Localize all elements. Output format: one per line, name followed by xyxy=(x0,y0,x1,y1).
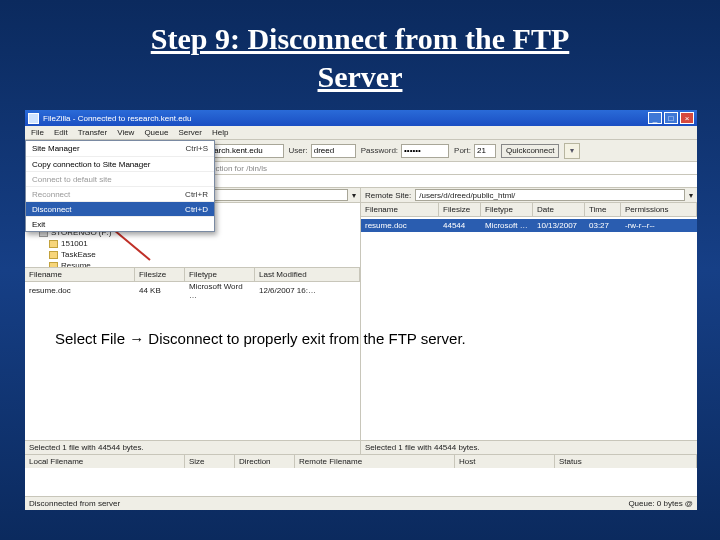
folder-icon xyxy=(49,240,58,248)
remote-file-list[interactable]: resume.doc 44544 Microsoft … 10/13/2007 … xyxy=(361,217,697,440)
menu-help[interactable]: Help xyxy=(212,128,228,137)
menu-item-exit[interactable]: Exit xyxy=(26,216,214,231)
user-input[interactable] xyxy=(311,144,356,158)
minimize-button[interactable]: _ xyxy=(648,112,662,124)
local-list-header[interactable]: Filename Filesize Filetype Last Modified xyxy=(25,268,360,282)
remote-path-input[interactable]: /users/d/dreed/public_html/ xyxy=(415,189,685,201)
menu-item-disconnect[interactable]: DisconnectCtrl+D xyxy=(26,201,214,216)
slide-caption: Select File → Disconnect to properly exi… xyxy=(55,330,466,347)
queue-list[interactable] xyxy=(25,468,697,496)
port-input[interactable] xyxy=(474,144,496,158)
close-button[interactable]: × xyxy=(680,112,694,124)
menu-item-reconnect: ReconnectCtrl+R xyxy=(26,186,214,201)
quickconnect-dropdown-icon[interactable]: ▾ xyxy=(564,143,580,159)
password-label: Password: xyxy=(361,146,398,155)
menubar: File Edit Transfer View Queue Server Hel… xyxy=(25,126,697,140)
menu-file[interactable]: File xyxy=(31,128,44,137)
app-icon xyxy=(28,113,39,124)
menu-server[interactable]: Server xyxy=(178,128,202,137)
titlebar[interactable]: FileZilla - Connected to research.kent.e… xyxy=(25,110,697,126)
port-label: Port: xyxy=(454,146,471,155)
remote-list-header[interactable]: Filename Filesize Filetype Date Time Per… xyxy=(361,203,697,217)
folder-icon xyxy=(49,251,58,259)
local-file-list[interactable]: resume.doc 44 KB Microsoft Word … 12/6/2… xyxy=(25,282,360,440)
menu-transfer[interactable]: Transfer xyxy=(78,128,108,137)
remote-site-label: Remote Site: xyxy=(365,191,411,200)
chevron-down-icon[interactable]: ▾ xyxy=(689,191,693,200)
remote-panel: Remote Site: /users/d/dreed/public_html/… xyxy=(361,188,697,454)
file-menu-dropdown: Site ManagerCtrl+S Copy connection to Si… xyxy=(25,140,215,232)
password-input[interactable] xyxy=(401,144,449,158)
slide-title: Step 9: Disconnect from the FTP Server xyxy=(0,0,720,103)
quickconnect-button[interactable]: Quickconnect xyxy=(501,144,559,158)
file-row[interactable]: resume.doc 44544 Microsoft … 10/13/2007 … xyxy=(361,219,697,232)
file-row[interactable]: resume.doc 44 KB Microsoft Word … 12/6/2… xyxy=(25,284,360,297)
chevron-down-icon[interactable]: ▾ xyxy=(352,191,356,200)
statusbar: Disconnected from server Queue: 0 bytes … xyxy=(25,496,697,510)
connection-status: Disconnected from server xyxy=(29,499,120,508)
window-title: FileZilla - Connected to research.kent.e… xyxy=(43,114,192,123)
remote-status: Selected 1 file with 44544 bytes. xyxy=(361,440,697,454)
menu-edit[interactable]: Edit xyxy=(54,128,68,137)
local-status: Selected 1 file with 44544 bytes. xyxy=(25,440,360,454)
queue-header[interactable]: Local Filename Size Direction Remote Fil… xyxy=(25,454,697,468)
menu-item-site-manager[interactable]: Site ManagerCtrl+S xyxy=(26,141,214,156)
user-label: User: xyxy=(289,146,308,155)
menu-item-copy-connection[interactable]: Copy connection to Site Manager xyxy=(26,156,214,171)
menu-view[interactable]: View xyxy=(117,128,134,137)
menu-queue[interactable]: Queue xyxy=(144,128,168,137)
maximize-button[interactable]: □ xyxy=(664,112,678,124)
menu-item-connect-default: Connect to default site xyxy=(26,171,214,186)
queue-size: Queue: 0 bytes @ xyxy=(628,499,693,508)
